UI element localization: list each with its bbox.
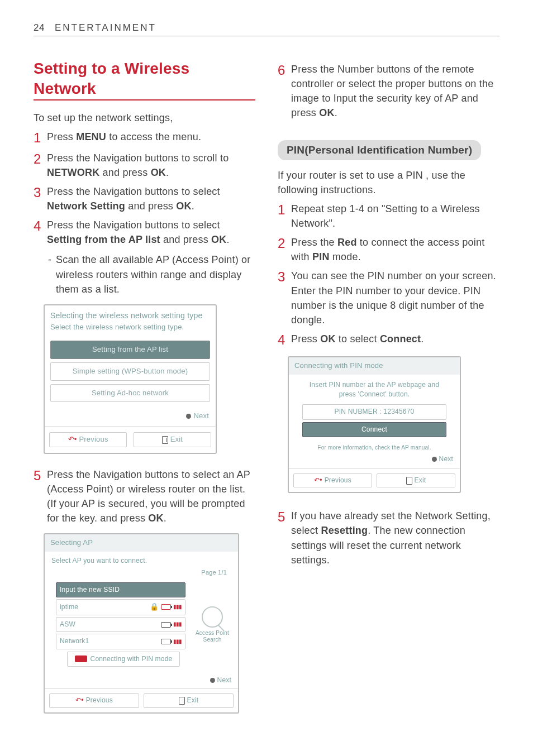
ap-row[interactable]: ASW ▮▮▮ (56, 617, 185, 632)
step-number: 6 (278, 62, 291, 120)
text-bold: Red (337, 237, 357, 248)
text-bold: OK (176, 200, 191, 212)
text-bold: PIN (312, 251, 330, 262)
next-label: Next (186, 411, 209, 422)
text: . (335, 107, 337, 118)
step-number: 2 (278, 235, 291, 264)
step-number: 4 (278, 332, 291, 348)
battery-icon (161, 604, 171, 610)
step-4-sub: - Scan the all available AP (Access Poin… (48, 252, 255, 296)
step-3: 3 Press the Navigation buttons to select… (34, 184, 255, 213)
text: Connecting with PIN mode (91, 654, 173, 664)
text: Access Point Search (191, 630, 234, 643)
pin-number-row: PIN NUBMER : 12345670 (302, 404, 446, 419)
step-2: 2 Press the Navigation buttons to scroll… (34, 151, 255, 180)
text: and press (125, 200, 176, 212)
step-6: 6 Press the Number buttons of the remote… (278, 62, 499, 120)
text: mode. (330, 251, 361, 262)
text-bold: Network Setting (47, 200, 125, 212)
ap-content: Input the new SSID iptime 🔒 ▮▮▮ ASW ▮▮▮ … (45, 581, 238, 674)
text: . (166, 167, 169, 178)
ap-name: ASW (60, 620, 159, 629)
pin-mode-row[interactable]: Connecting with PIN mode (67, 652, 180, 667)
shot-title: Selecting the wireless network setting t… (45, 305, 216, 322)
text-bold: OK (148, 513, 163, 524)
text: . (192, 200, 194, 212)
text: Press (47, 131, 76, 142)
text: Next (439, 455, 453, 463)
input-ssid-row[interactable]: Input the new SSID (56, 582, 185, 597)
text: . (421, 333, 423, 344)
step-body: Press the Number buttons of the remote c… (291, 62, 499, 120)
left-column: Setting to a Wireless Network To set up … (34, 59, 255, 727)
connect-button[interactable]: Connect (302, 422, 446, 437)
ap-name: iptime (60, 602, 147, 612)
text: Press the Navigation buttons to select (47, 186, 220, 197)
pin-step-2: 2 Press the Red to connect the access po… (278, 235, 499, 264)
text: and press (99, 167, 150, 178)
signal-icon: ▮▮▮ (173, 638, 182, 646)
step-number: 1 (34, 130, 47, 146)
ap-name: Network1 (60, 637, 159, 646)
step-body: You can see the PIN number on your scree… (291, 269, 499, 327)
signal-icon: ▮▮▮ (173, 620, 182, 629)
step-number: 4 (34, 218, 47, 247)
text: Press the Navigation buttons to select (47, 219, 220, 231)
previous-button[interactable]: ↶•Previous (293, 473, 372, 487)
ap-list: Input the new SSID iptime 🔒 ▮▮▮ ASW ▮▮▮ … (45, 581, 191, 674)
screenshot-pin-connect: Connecting with PIN mode Insert PIN numb… (288, 356, 461, 494)
exit-button[interactable]: Exit (134, 432, 211, 447)
step-body: Press the Navigation buttons to select N… (47, 184, 255, 213)
screenshot-wireless-type: Selecting the wireless network setting t… (44, 304, 217, 454)
pin-section-header: PIN(Personal Identification Number) (278, 140, 481, 160)
section-title: ENTERTAINMENT (55, 22, 156, 34)
ap-search-side[interactable]: Access Point Search (191, 581, 238, 674)
pin-step-1: 1 Repeat step 1-4 on "Setting to a Wirel… (278, 202, 499, 231)
text-bold: MENU (76, 131, 106, 142)
shot-message: Insert PIN number at the AP webpage and … (289, 375, 460, 403)
step-body: Press the Red to connect the access poin… (291, 235, 499, 264)
option-ap-list[interactable]: Setting from the AP list (50, 341, 210, 359)
previous-icon: ↶• (68, 434, 77, 445)
exit-button[interactable]: Exit (144, 693, 234, 707)
signal-icon: ▮▮▮ (173, 603, 182, 611)
text: Previous (325, 476, 351, 485)
step-body: Press MENU to access the menu. (47, 130, 255, 146)
text: Next (193, 412, 209, 420)
pin-step-4: 4 Press OK to select Connect. (278, 332, 499, 348)
search-icon (202, 606, 223, 628)
step-number: 1 (278, 202, 291, 231)
option-adhoc[interactable]: Setting Ad-hoc network (50, 384, 210, 403)
page-indicator: Page 1/1 (45, 566, 238, 581)
step-body: Press the Navigation buttons to scroll t… (47, 151, 255, 180)
intro-text: To set up the network settings, (34, 111, 255, 125)
next-row: Next (289, 453, 460, 468)
dot-icon (186, 414, 191, 419)
exit-button[interactable]: Exit (377, 473, 455, 487)
page-number: 24 (34, 22, 45, 34)
battery-icon (161, 622, 171, 628)
text: Exit (415, 476, 426, 485)
option-wps[interactable]: Simple setting (WPS-button mode) (50, 362, 210, 381)
text-bold: Setting from the AP list (47, 234, 160, 245)
previous-button[interactable]: ↶•Previous (49, 432, 127, 447)
text: to access the menu. (106, 131, 201, 142)
next-row: Next (45, 674, 238, 688)
step-body: If you have already set the Network Sett… (291, 509, 499, 567)
shot-subtitle: Select AP you want to connect. (45, 552, 238, 566)
step-body: Press OK to select Connect. (291, 332, 499, 348)
dot-icon (210, 678, 215, 683)
pin-intro: If your router is set to use a PIN , use… (278, 168, 499, 197)
shot-buttons: ↶•Previous Exit (45, 688, 238, 712)
text: Exit (170, 434, 183, 445)
step-number: 3 (278, 269, 291, 327)
step-body: Repeat step 1-4 on "Setting to a Wireles… (291, 202, 499, 231)
page-title: Setting to a Wireless Network (34, 59, 255, 101)
exit-icon (179, 697, 185, 705)
shot-title: Selecting AP (45, 534, 238, 552)
ap-row[interactable]: iptime 🔒 ▮▮▮ (56, 599, 185, 615)
shot-title: Connecting with PIN mode (289, 357, 460, 375)
text: Scan the all available AP (Access Point)… (56, 252, 255, 296)
ap-row[interactable]: Network1 ▮▮▮ (56, 634, 185, 649)
previous-button[interactable]: ↶•Previous (49, 693, 139, 707)
